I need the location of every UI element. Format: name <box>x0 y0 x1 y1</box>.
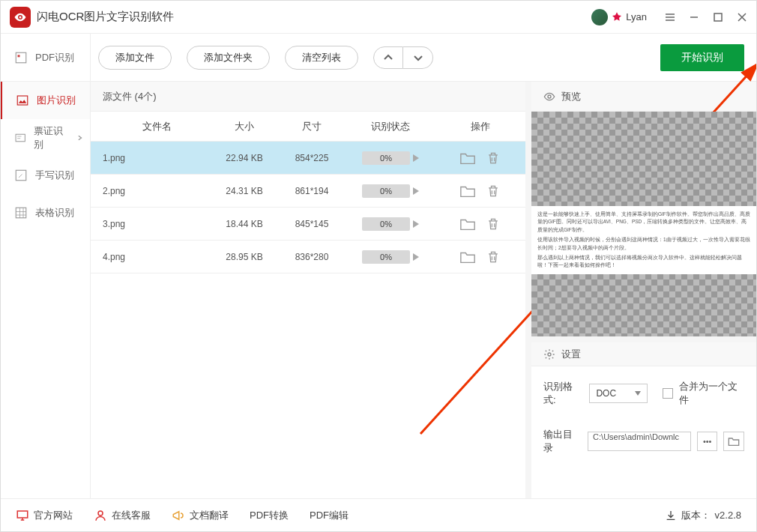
minimize-button[interactable] <box>689 12 699 22</box>
titlebar: 闪电OCR图片文字识别软件 Lyan <box>1 1 756 34</box>
delete-icon[interactable] <box>485 184 501 199</box>
cell-size: 22.94 KB <box>211 153 278 163</box>
open-folder-icon[interactable] <box>459 184 476 199</box>
toolbar: 添加文件 添加文件夹 清空列表 开始识别 <box>1 34 756 82</box>
sidebar-item-label: 图片识别 <box>37 94 76 107</box>
open-folder-icon[interactable] <box>459 250 476 265</box>
close-button[interactable] <box>737 12 747 22</box>
svg-rect-4 <box>17 96 28 105</box>
open-folder-icon[interactable] <box>459 151 476 166</box>
format-label: 识别格式: <box>543 380 583 407</box>
preview-image: 这是一款能够快速上手、使用简单、支持屏幕录制的GIF制作软件。帮您制作出高品质、… <box>531 112 756 336</box>
source-files-header: 源文件 (4个) <box>91 82 525 112</box>
output-label: 输出目录 <box>543 428 582 455</box>
merge-checkbox[interactable] <box>663 388 673 399</box>
sidebar-item-ticket[interactable]: 票证识别 <box>1 119 90 157</box>
chevron-right-icon <box>77 135 82 141</box>
add-file-button[interactable]: 添加文件 <box>98 46 172 70</box>
gear-icon <box>543 348 555 360</box>
delete-icon[interactable] <box>485 217 501 232</box>
settings-label: 设置 <box>561 348 581 361</box>
table-row[interactable]: 2.png 24.31 KB 861*194 0% <box>91 175 525 208</box>
more-button[interactable]: ••• <box>697 432 718 451</box>
folder-icon <box>728 436 740 447</box>
clear-list-button[interactable]: 清空列表 <box>285 46 358 70</box>
cell-size: 18.44 KB <box>211 219 278 229</box>
support-link[interactable]: 在线客服 <box>94 509 151 522</box>
version-info[interactable]: 版本：v2.2.8 <box>665 509 741 522</box>
output-path-input[interactable]: C:\Users\admin\Downlc <box>588 432 691 451</box>
open-folder-button[interactable] <box>723 432 744 451</box>
cell-filename: 4.png <box>91 252 211 262</box>
move-up-button[interactable] <box>373 46 403 69</box>
col-header-op: 操作 <box>435 120 525 133</box>
eye-icon <box>13 10 27 24</box>
sidebar-item-label: 手写识别 <box>35 169 74 182</box>
play-icon[interactable] <box>413 253 419 261</box>
app-title: 闪电OCR图片文字识别软件 <box>37 10 174 24</box>
statusbar: 官方网站 在线客服 文档翻译 PDF转换 PDF编辑 版本：v2.2.8 <box>1 498 756 531</box>
chevron-down-icon <box>635 391 641 396</box>
cell-filename: 1.png <box>91 153 211 163</box>
svg-rect-3 <box>18 55 20 57</box>
sidebar-item-label: 表格识别 <box>35 206 74 220</box>
delete-icon[interactable] <box>485 151 501 166</box>
delete-icon[interactable] <box>485 250 501 265</box>
sidebar-item-handwriting[interactable]: 手写识别 <box>1 157 90 194</box>
svg-rect-11 <box>17 511 28 518</box>
handwriting-icon <box>14 169 28 182</box>
sidebar-item-table[interactable]: 表格识别 <box>1 194 90 232</box>
svg-rect-7 <box>16 208 26 218</box>
menu-button[interactable] <box>665 12 675 22</box>
monitor-icon <box>16 509 29 522</box>
pdf-icon <box>14 51 28 64</box>
file-area: 源文件 (4个) 文件名 大小 尺寸 识别状态 操作 1.png 22.94 K… <box>91 82 531 498</box>
format-select[interactable]: DOC <box>589 384 648 403</box>
username[interactable]: Lyan <box>626 11 647 22</box>
add-folder-button[interactable]: 添加文件夹 <box>187 46 270 70</box>
app-logo <box>10 7 31 28</box>
open-folder-icon[interactable] <box>459 217 476 232</box>
svg-point-12 <box>98 511 103 516</box>
sidebar-item-label: PDF识别 <box>35 51 74 64</box>
website-link[interactable]: 官方网站 <box>16 509 73 522</box>
vip-icon <box>611 11 623 23</box>
table-row[interactable]: 4.png 28.95 KB 836*280 0% <box>91 241 525 273</box>
svg-point-9 <box>548 95 551 98</box>
progress-bar: 0% <box>362 184 410 198</box>
col-header-status: 识别状态 <box>346 120 435 133</box>
svg-rect-5 <box>16 134 25 142</box>
cell-filename: 3.png <box>91 219 211 229</box>
play-icon[interactable] <box>413 154 419 162</box>
cell-size: 24.31 KB <box>211 186 278 196</box>
play-icon[interactable] <box>413 220 419 228</box>
download-icon <box>665 510 677 522</box>
preview-header: 预览 <box>531 82 756 112</box>
col-header-dim: 尺寸 <box>278 120 346 133</box>
play-icon[interactable] <box>413 187 419 195</box>
table-row[interactable]: 3.png 18.44 KB 845*145 0% <box>91 208 525 241</box>
sidebar-item-image[interactable]: 图片识别 <box>1 82 90 119</box>
sidebar-item-pdf[interactable]: PDF识别 <box>1 34 90 82</box>
table-row[interactable]: 1.png 22.94 KB 854*225 0% <box>91 142 525 175</box>
support-icon <box>94 509 107 522</box>
sidebar: PDF识别 图片识别 票证识别 手写识别 表格识别 <box>1 34 91 498</box>
move-down-button[interactable] <box>403 46 433 69</box>
pdf-edit-link[interactable]: PDF编辑 <box>310 509 349 522</box>
svg-rect-1 <box>714 13 722 21</box>
cell-status: 0% <box>346 151 435 165</box>
user-avatar[interactable] <box>591 9 608 25</box>
pdf-convert-link[interactable]: PDF转换 <box>250 509 289 522</box>
ticket-icon <box>14 131 26 145</box>
settings-header: 设置 <box>531 336 756 366</box>
cell-status: 0% <box>346 217 435 231</box>
start-recognition-button[interactable]: 开始识别 <box>660 44 744 71</box>
svg-point-0 <box>19 16 22 18</box>
cell-filename: 2.png <box>91 186 211 196</box>
cell-status: 0% <box>346 184 435 198</box>
cell-size: 28.95 KB <box>211 252 278 262</box>
maximize-button[interactable] <box>713 12 723 22</box>
progress-bar: 0% <box>362 217 410 231</box>
translate-link[interactable]: 文档翻译 <box>172 509 229 522</box>
preview-text-content: 这是一款能够快速上手、使用简单、支持屏幕录制的GIF制作软件。帮您制作出高品质、… <box>531 206 756 274</box>
